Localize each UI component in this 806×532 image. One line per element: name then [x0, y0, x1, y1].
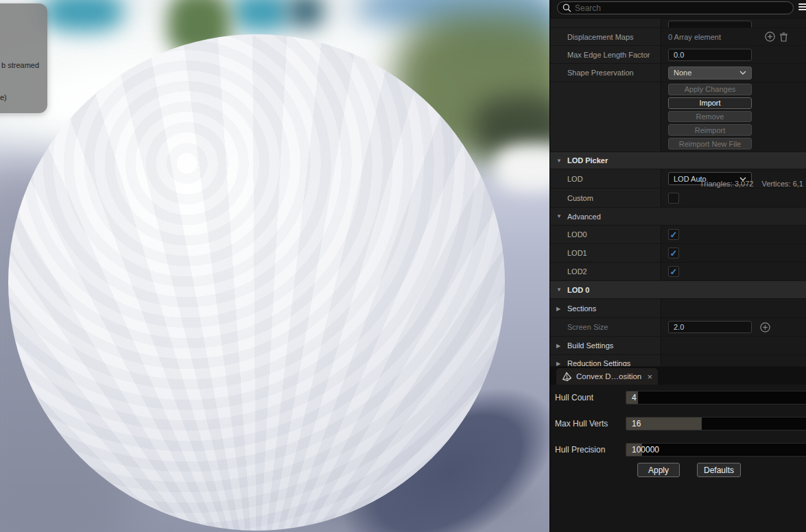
check-icon: ✓ [670, 267, 678, 276]
lod2-checkbox[interactable]: ✓ [668, 266, 679, 277]
property-label: LOD2 [550, 263, 661, 280]
collapsed-arrow-icon[interactable]: ▶ [556, 361, 560, 367]
mesh-viewport[interactable]: b streamed e) [0, 0, 549, 532]
window-blur [288, 0, 324, 27]
hull-count-slider[interactable]: 4 [626, 391, 806, 404]
overlay-text-streamed: b streamed [1, 61, 39, 69]
collapsed-row-reduction-settings[interactable]: ▶ Reduction Settings [550, 355, 806, 367]
hull-count-value: 4 [632, 393, 637, 402]
convex-decomposition-panel: Convex D…osition × Hull Count 4 Max Hull… [549, 367, 806, 532]
expand-arrow-icon[interactable]: ▼ [556, 213, 562, 219]
screen-size-input[interactable]: 2.0 [668, 321, 752, 333]
close-icon[interactable]: × [647, 372, 652, 381]
collapsed-row-build-settings[interactable]: ▶ Build Settings [550, 337, 806, 355]
collapsed-arrow-icon[interactable]: ▶ [556, 343, 560, 349]
car-blur [494, 144, 549, 192]
collapsed-row-sections[interactable]: ▶ Sections [550, 299, 806, 318]
property-label: LOD0 [550, 226, 661, 243]
tab-label: Convex D…osition [576, 372, 641, 380]
property-label: Shape Preservation [550, 64, 661, 82]
screen-size-add-button[interactable] [760, 322, 770, 332]
viewport-stats-overlay: b streamed e) [0, 3, 47, 113]
property-label: Screen Size [550, 318, 661, 336]
convex-decomposition-icon [562, 372, 572, 382]
property-label: LOD1 [550, 244, 661, 262]
max-hull-verts-label: Max Hull Verts [555, 419, 608, 428]
vertices-count: Vertices: 6,1 [761, 180, 803, 188]
max-hull-verts-value: 16 [632, 419, 641, 428]
check-icon: ✓ [670, 230, 678, 239]
details-panel: Displacement Maps 0 Array element Max Ed… [549, 0, 806, 367]
collapsed-arrow-icon[interactable]: ▶ [556, 305, 560, 311]
window-blur [43, 0, 123, 32]
category-header-lod0[interactable]: ▼ LOD 0 Triangles: 3,072 Vertices: 6,1 [550, 281, 806, 299]
window-blur [232, 0, 291, 32]
expand-arrow-icon[interactable]: ▼ [556, 158, 562, 164]
check-icon: ✓ [670, 249, 678, 258]
tab-convex-decomposition[interactable]: Convex D…osition × [556, 368, 658, 385]
property-row-screen-size: Screen Size 2.0 [550, 318, 806, 337]
plus-circle-icon [760, 322, 770, 332]
expand-arrow-icon[interactable]: ▼ [556, 287, 562, 293]
apply-button[interactable]: Apply [637, 463, 680, 477]
property-label: Displacement Maps [550, 28, 661, 45]
max-hull-verts-slider[interactable]: 16 [626, 417, 806, 431]
hull-precision-value: 100000 [632, 445, 659, 455]
hull-precision-slider[interactable]: 100000 [626, 443, 806, 457]
defaults-button[interactable]: Defaults [697, 463, 741, 477]
custom-checkbox[interactable] [668, 193, 679, 204]
hull-precision-label: Hull Precision [555, 445, 605, 455]
overlay-text-clipped: e) [0, 93, 7, 101]
property-label: Custom [550, 189, 661, 207]
property-label: LOD [550, 169, 661, 188]
hull-count-label: Hull Count [555, 393, 593, 402]
static-mesh-sphere[interactable] [8, 34, 505, 531]
property-label: Max Edge Length Factor [550, 46, 661, 63]
search-icon [562, 3, 571, 12]
tab-strip: Convex D…osition × [550, 367, 806, 385]
lod1-checkbox[interactable]: ✓ [668, 247, 679, 258]
lod0-checkbox[interactable]: ✓ [668, 229, 679, 240]
triangles-count: Triangles: 3,072 [700, 180, 753, 188]
